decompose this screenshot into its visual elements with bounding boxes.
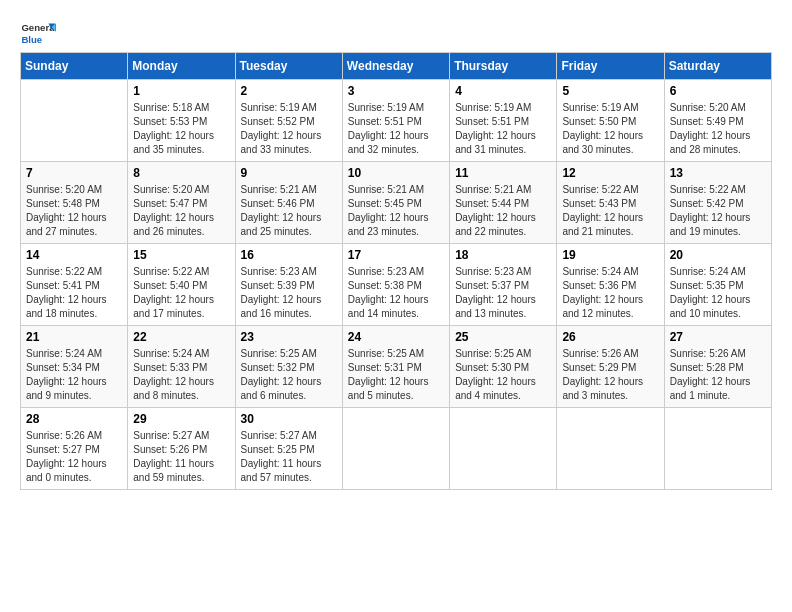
cell-info: Sunrise: 5:24 AM Sunset: 5:34 PM Dayligh… — [26, 347, 122, 403]
cell-info: Sunrise: 5:25 AM Sunset: 5:30 PM Dayligh… — [455, 347, 551, 403]
calendar-cell: 6Sunrise: 5:20 AM Sunset: 5:49 PM Daylig… — [664, 80, 771, 162]
cell-info: Sunrise: 5:26 AM Sunset: 5:29 PM Dayligh… — [562, 347, 658, 403]
day-number: 10 — [348, 166, 444, 180]
cell-info: Sunrise: 5:23 AM Sunset: 5:38 PM Dayligh… — [348, 265, 444, 321]
calendar-cell: 18Sunrise: 5:23 AM Sunset: 5:37 PM Dayli… — [450, 244, 557, 326]
cell-info: Sunrise: 5:23 AM Sunset: 5:37 PM Dayligh… — [455, 265, 551, 321]
cell-info: Sunrise: 5:25 AM Sunset: 5:31 PM Dayligh… — [348, 347, 444, 403]
day-number: 29 — [133, 412, 229, 426]
day-number: 2 — [241, 84, 337, 98]
day-header-monday: Monday — [128, 53, 235, 80]
cell-info: Sunrise: 5:19 AM Sunset: 5:52 PM Dayligh… — [241, 101, 337, 157]
cell-info: Sunrise: 5:21 AM Sunset: 5:46 PM Dayligh… — [241, 183, 337, 239]
calendar-cell — [557, 408, 664, 490]
cell-info: Sunrise: 5:22 AM Sunset: 5:40 PM Dayligh… — [133, 265, 229, 321]
day-number: 12 — [562, 166, 658, 180]
calendar-cell: 11Sunrise: 5:21 AM Sunset: 5:44 PM Dayli… — [450, 162, 557, 244]
cell-info: Sunrise: 5:24 AM Sunset: 5:33 PM Dayligh… — [133, 347, 229, 403]
day-number: 30 — [241, 412, 337, 426]
calendar-cell: 15Sunrise: 5:22 AM Sunset: 5:40 PM Dayli… — [128, 244, 235, 326]
calendar-cell — [450, 408, 557, 490]
cell-info: Sunrise: 5:26 AM Sunset: 5:28 PM Dayligh… — [670, 347, 766, 403]
day-number: 3 — [348, 84, 444, 98]
cell-info: Sunrise: 5:20 AM Sunset: 5:47 PM Dayligh… — [133, 183, 229, 239]
day-header-tuesday: Tuesday — [235, 53, 342, 80]
day-number: 17 — [348, 248, 444, 262]
calendar-cell — [342, 408, 449, 490]
calendar-cell: 26Sunrise: 5:26 AM Sunset: 5:29 PM Dayli… — [557, 326, 664, 408]
calendar-cell: 2Sunrise: 5:19 AM Sunset: 5:52 PM Daylig… — [235, 80, 342, 162]
calendar-cell: 27Sunrise: 5:26 AM Sunset: 5:28 PM Dayli… — [664, 326, 771, 408]
cell-info: Sunrise: 5:21 AM Sunset: 5:44 PM Dayligh… — [455, 183, 551, 239]
calendar-cell: 28Sunrise: 5:26 AM Sunset: 5:27 PM Dayli… — [21, 408, 128, 490]
day-number: 22 — [133, 330, 229, 344]
calendar-table: SundayMondayTuesdayWednesdayThursdayFrid… — [20, 52, 772, 490]
day-number: 28 — [26, 412, 122, 426]
day-number: 16 — [241, 248, 337, 262]
day-number: 11 — [455, 166, 551, 180]
day-number: 5 — [562, 84, 658, 98]
cell-info: Sunrise: 5:23 AM Sunset: 5:39 PM Dayligh… — [241, 265, 337, 321]
calendar-cell: 16Sunrise: 5:23 AM Sunset: 5:39 PM Dayli… — [235, 244, 342, 326]
calendar-week-4: 21Sunrise: 5:24 AM Sunset: 5:34 PM Dayli… — [21, 326, 772, 408]
day-header-sunday: Sunday — [21, 53, 128, 80]
day-number: 14 — [26, 248, 122, 262]
cell-info: Sunrise: 5:22 AM Sunset: 5:42 PM Dayligh… — [670, 183, 766, 239]
calendar-cell: 12Sunrise: 5:22 AM Sunset: 5:43 PM Dayli… — [557, 162, 664, 244]
calendar-cell — [21, 80, 128, 162]
day-number: 24 — [348, 330, 444, 344]
day-number: 7 — [26, 166, 122, 180]
calendar-cell: 10Sunrise: 5:21 AM Sunset: 5:45 PM Dayli… — [342, 162, 449, 244]
cell-info: Sunrise: 5:19 AM Sunset: 5:51 PM Dayligh… — [455, 101, 551, 157]
cell-info: Sunrise: 5:20 AM Sunset: 5:48 PM Dayligh… — [26, 183, 122, 239]
calendar-week-1: 1Sunrise: 5:18 AM Sunset: 5:53 PM Daylig… — [21, 80, 772, 162]
day-number: 25 — [455, 330, 551, 344]
calendar-cell: 3Sunrise: 5:19 AM Sunset: 5:51 PM Daylig… — [342, 80, 449, 162]
cell-info: Sunrise: 5:18 AM Sunset: 5:53 PM Dayligh… — [133, 101, 229, 157]
cell-info: Sunrise: 5:19 AM Sunset: 5:51 PM Dayligh… — [348, 101, 444, 157]
day-number: 9 — [241, 166, 337, 180]
calendar-cell: 4Sunrise: 5:19 AM Sunset: 5:51 PM Daylig… — [450, 80, 557, 162]
day-number: 27 — [670, 330, 766, 344]
day-number: 18 — [455, 248, 551, 262]
calendar-cell: 7Sunrise: 5:20 AM Sunset: 5:48 PM Daylig… — [21, 162, 128, 244]
calendar-cell: 30Sunrise: 5:27 AM Sunset: 5:25 PM Dayli… — [235, 408, 342, 490]
day-number: 26 — [562, 330, 658, 344]
cell-info: Sunrise: 5:19 AM Sunset: 5:50 PM Dayligh… — [562, 101, 658, 157]
cell-info: Sunrise: 5:24 AM Sunset: 5:36 PM Dayligh… — [562, 265, 658, 321]
calendar-cell: 19Sunrise: 5:24 AM Sunset: 5:36 PM Dayli… — [557, 244, 664, 326]
calendar-cell — [664, 408, 771, 490]
cell-info: Sunrise: 5:27 AM Sunset: 5:25 PM Dayligh… — [241, 429, 337, 485]
day-number: 15 — [133, 248, 229, 262]
cell-info: Sunrise: 5:26 AM Sunset: 5:27 PM Dayligh… — [26, 429, 122, 485]
calendar-cell: 25Sunrise: 5:25 AM Sunset: 5:30 PM Dayli… — [450, 326, 557, 408]
calendar-cell: 14Sunrise: 5:22 AM Sunset: 5:41 PM Dayli… — [21, 244, 128, 326]
cell-info: Sunrise: 5:22 AM Sunset: 5:43 PM Dayligh… — [562, 183, 658, 239]
calendar-cell: 29Sunrise: 5:27 AM Sunset: 5:26 PM Dayli… — [128, 408, 235, 490]
day-number: 20 — [670, 248, 766, 262]
calendar-cell: 13Sunrise: 5:22 AM Sunset: 5:42 PM Dayli… — [664, 162, 771, 244]
cell-info: Sunrise: 5:21 AM Sunset: 5:45 PM Dayligh… — [348, 183, 444, 239]
day-number: 23 — [241, 330, 337, 344]
cell-info: Sunrise: 5:25 AM Sunset: 5:32 PM Dayligh… — [241, 347, 337, 403]
day-header-thursday: Thursday — [450, 53, 557, 80]
calendar-header-row: SundayMondayTuesdayWednesdayThursdayFrid… — [21, 53, 772, 80]
calendar-week-2: 7Sunrise: 5:20 AM Sunset: 5:48 PM Daylig… — [21, 162, 772, 244]
svg-text:Blue: Blue — [21, 34, 42, 45]
calendar-week-5: 28Sunrise: 5:26 AM Sunset: 5:27 PM Dayli… — [21, 408, 772, 490]
calendar-cell: 17Sunrise: 5:23 AM Sunset: 5:38 PM Dayli… — [342, 244, 449, 326]
day-header-wednesday: Wednesday — [342, 53, 449, 80]
cell-info: Sunrise: 5:27 AM Sunset: 5:26 PM Dayligh… — [133, 429, 229, 485]
cell-info: Sunrise: 5:20 AM Sunset: 5:49 PM Dayligh… — [670, 101, 766, 157]
calendar-cell: 20Sunrise: 5:24 AM Sunset: 5:35 PM Dayli… — [664, 244, 771, 326]
day-number: 19 — [562, 248, 658, 262]
calendar-cell: 8Sunrise: 5:20 AM Sunset: 5:47 PM Daylig… — [128, 162, 235, 244]
logo-icon: General Blue — [20, 20, 56, 48]
calendar-cell: 24Sunrise: 5:25 AM Sunset: 5:31 PM Dayli… — [342, 326, 449, 408]
calendar-cell: 23Sunrise: 5:25 AM Sunset: 5:32 PM Dayli… — [235, 326, 342, 408]
day-number: 8 — [133, 166, 229, 180]
page-header: General Blue — [20, 20, 772, 48]
day-header-saturday: Saturday — [664, 53, 771, 80]
day-number: 4 — [455, 84, 551, 98]
logo: General Blue — [20, 20, 56, 48]
